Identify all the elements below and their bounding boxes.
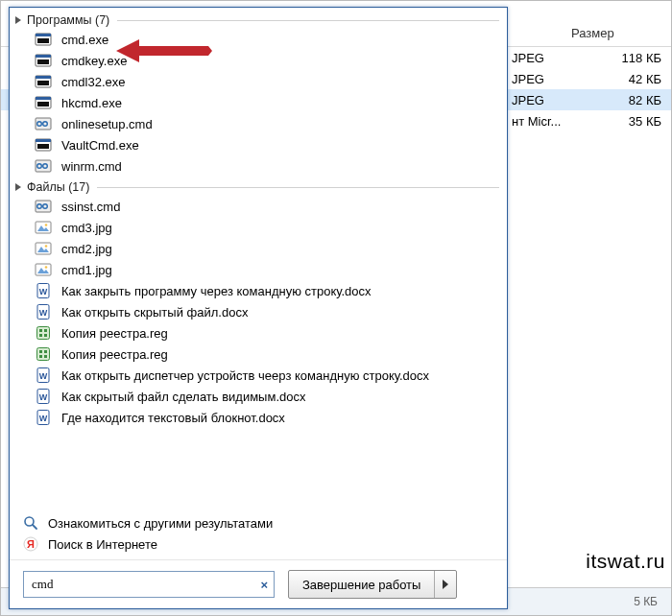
- search-icon: [23, 515, 38, 531]
- see-more-results-label: Ознакомиться с другими результатами: [48, 516, 273, 531]
- svg-text:W: W: [39, 371, 48, 381]
- doc-icon: W: [35, 282, 52, 299]
- yandex-icon: Я: [23, 536, 38, 552]
- result-label: Как открыть скрытый файл.docx: [61, 305, 248, 320]
- column-header-size[interactable]: Размер: [564, 20, 671, 46]
- result-label: winrm.cmd: [61, 159, 122, 174]
- group-title: Файлы (17): [27, 180, 89, 194]
- shutdown-split-button: Завершение работы: [288, 570, 457, 599]
- divider: [97, 187, 499, 188]
- svg-rect-45: [39, 355, 42, 358]
- svg-rect-38: [39, 329, 42, 332]
- doc-icon: W: [35, 388, 52, 405]
- exe-icon: [35, 31, 52, 48]
- search-result-item[interactable]: VaultCmd.exe: [10, 134, 507, 155]
- search-result-item[interactable]: Копия реестра.reg: [10, 344, 507, 365]
- search-result-item[interactable]: WКак скрытый файл сделать видимым.docx: [10, 386, 507, 407]
- search-input[interactable]: [24, 572, 274, 597]
- start-menu-bottom-bar: × Завершение работы: [10, 559, 507, 608]
- results-group-header[interactable]: Программы (7): [10, 10, 507, 29]
- search-result-item[interactable]: WКак закрыть программу через командную с…: [10, 280, 507, 301]
- search-result-item[interactable]: cmd3.jpg: [10, 217, 507, 238]
- shutdown-button[interactable]: Завершение работы: [289, 571, 434, 598]
- exe-icon: [35, 136, 52, 154]
- img-icon: [35, 261, 52, 278]
- search-result-item[interactable]: hkcmd.exe: [10, 92, 507, 113]
- search-internet-label: Поиск в Интернете: [48, 537, 157, 552]
- svg-rect-27: [36, 243, 51, 254]
- file-size: 118 КБ: [588, 51, 671, 65]
- search-result-item[interactable]: ssinst.cmd: [10, 196, 507, 217]
- result-label: Как открыть диспетчер устройств чеерз ко…: [61, 368, 429, 383]
- results-group-header[interactable]: Файлы (17): [10, 177, 507, 196]
- search-result-item[interactable]: WГде находится текстовый блокнот.docx: [10, 407, 507, 428]
- svg-rect-41: [44, 334, 47, 337]
- svg-text:W: W: [39, 392, 48, 402]
- svg-rect-8: [37, 81, 49, 85]
- shutdown-options-button[interactable]: [434, 571, 456, 598]
- svg-rect-44: [44, 350, 47, 353]
- doc-icon: W: [35, 409, 52, 426]
- svg-rect-11: [37, 102, 49, 107]
- svg-rect-7: [36, 76, 51, 79]
- svg-point-26: [45, 224, 48, 226]
- search-result-item[interactable]: winrm.cmd: [10, 155, 507, 177]
- search-result-item[interactable]: cmdl32.exe: [10, 71, 507, 92]
- watermark-text: itswat.ru: [586, 550, 665, 573]
- file-type: JPEG: [512, 51, 588, 65]
- img-icon: [35, 240, 52, 257]
- svg-rect-40: [39, 334, 42, 337]
- result-label: ssinst.cmd: [61, 200, 120, 214]
- search-internet[interactable]: Я Поиск в Интернете: [23, 536, 497, 552]
- svg-rect-30: [36, 264, 51, 275]
- svg-rect-4: [36, 55, 51, 58]
- svg-rect-24: [36, 222, 51, 233]
- search-result-item[interactable]: WКак открыть диспетчер устройств чеерз к…: [10, 365, 507, 386]
- doc-icon: W: [35, 367, 52, 384]
- collapse-triangle-icon: [15, 183, 21, 191]
- svg-rect-37: [37, 327, 50, 340]
- svg-point-29: [45, 245, 48, 248]
- cmd-icon: [35, 198, 52, 215]
- file-type: JPEG: [512, 72, 588, 86]
- divider: [117, 20, 499, 21]
- result-label: cmdl32.exe: [61, 75, 125, 89]
- svg-rect-42: [37, 348, 50, 361]
- file-size: 82 КБ: [588, 93, 671, 107]
- search-result-item[interactable]: Копия реестра.reg: [10, 322, 507, 344]
- result-label: cmdkey.exe: [61, 54, 127, 68]
- result-label: Как скрытый файл сделать видимым.docx: [61, 390, 305, 404]
- result-label: Копия реестра.reg: [61, 347, 168, 362]
- result-label: hkcmd.exe: [61, 96, 122, 110]
- see-more-results[interactable]: Ознакомиться с другими результатами: [23, 515, 497, 531]
- search-result-item[interactable]: cmdkey.exe: [10, 50, 507, 71]
- status-size: 5 КБ: [634, 595, 658, 608]
- result-label: Копия реестра.reg: [61, 326, 168, 341]
- search-result-item[interactable]: WКак открыть скрытый файл.docx: [10, 301, 507, 322]
- reg-icon: [35, 345, 52, 363]
- result-label: VaultCmd.exe: [61, 138, 139, 153]
- svg-text:Я: Я: [27, 538, 35, 550]
- svg-point-32: [45, 266, 48, 269]
- clear-search-icon[interactable]: ×: [260, 578, 268, 592]
- result-label: cmd2.jpg: [61, 242, 112, 256]
- search-result-item[interactable]: cmd2.jpg: [10, 238, 507, 259]
- svg-rect-16: [36, 139, 51, 142]
- img-icon: [35, 219, 52, 236]
- svg-rect-2: [37, 38, 49, 43]
- doc-icon: W: [35, 303, 52, 320]
- svg-rect-43: [39, 350, 42, 353]
- exe-icon: [35, 94, 52, 111]
- svg-line-54: [33, 525, 36, 529]
- group-title: Программы (7): [27, 13, 109, 27]
- search-result-item[interactable]: onlinesetup.cmd: [10, 113, 507, 134]
- svg-rect-39: [44, 329, 47, 332]
- search-result-item[interactable]: cmd1.jpg: [10, 259, 507, 280]
- search-box[interactable]: ×: [23, 571, 275, 598]
- file-size: 35 КБ: [588, 114, 671, 129]
- exe-icon: [35, 73, 52, 90]
- start-menu-search-panel: Программы (7)cmd.execmdkey.execmdl32.exe…: [9, 7, 508, 609]
- svg-rect-46: [44, 355, 47, 358]
- collapse-triangle-icon: [15, 16, 21, 24]
- search-result-item[interactable]: cmd.exe: [10, 29, 507, 50]
